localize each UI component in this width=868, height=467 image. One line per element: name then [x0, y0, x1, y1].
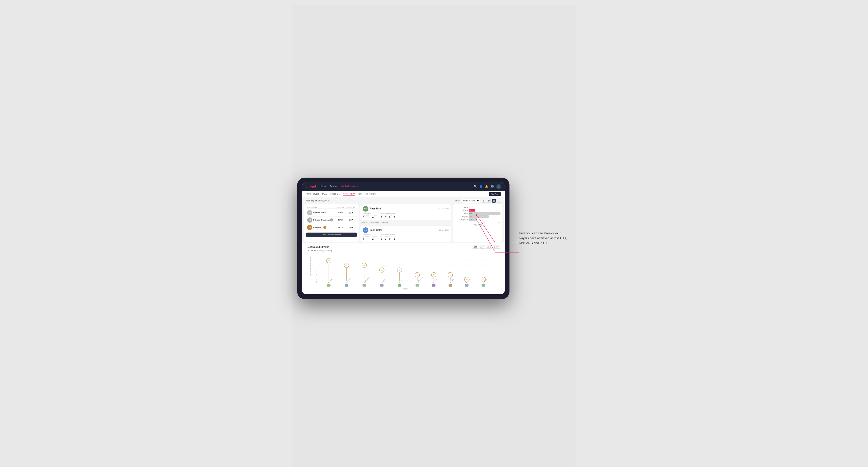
app-button[interactable]: APP	[479, 246, 485, 249]
col-player-name: PLAYER NAME	[307, 207, 335, 208]
nav-my-performance[interactable]: My Performance	[341, 185, 358, 188]
player-avg: 103	[346, 226, 356, 228]
tab-practice[interactable]: Practice	[381, 221, 389, 224]
svg-text:7: 7	[316, 260, 317, 262]
table-row[interactable]: CA Cameron... 3 17/20 103	[306, 224, 356, 231]
chart-label-bogeys: Bogeys	[455, 216, 468, 217]
view-toggle-active[interactable]: ▦	[492, 199, 496, 203]
avatar: CA	[307, 225, 312, 230]
streak-controls: OTT APP ARG PUTT	[472, 246, 500, 249]
svg-point-23	[362, 283, 366, 286]
subnav-pga[interactable]: PGA	[322, 193, 327, 195]
player-score: 18/20	[335, 219, 346, 221]
bell-icon[interactable]: 🔔	[485, 185, 488, 188]
player-cards-panel: RB Rees Britt 02 Sep 2023 Total Rounds T…	[361, 204, 451, 242]
player-score: 19/20	[335, 212, 346, 214]
streak-chart-svg: 7 6 5 4 3 0 7x	[311, 253, 500, 286]
player-name: Cameron... 3	[313, 226, 335, 229]
view-toggle-list[interactable]: ☰	[487, 199, 491, 203]
tab-rounds[interactable]: Rounds	[361, 221, 368, 224]
col-pb-score: PB SCORE	[335, 207, 346, 208]
avatar: RB	[307, 210, 312, 215]
axis-0: 0	[469, 222, 469, 224]
player-name: Richard Butler	[313, 212, 335, 214]
svg-point-31	[398, 283, 401, 286]
player-avg: 107	[346, 219, 356, 221]
putt-button[interactable]: PUTT	[493, 246, 500, 249]
chart-subtitle: Off The Tee, Fairway Accuracy	[307, 250, 500, 252]
streaks-section: Best Round Streaks ← OTT APP ARG PUTT Of…	[304, 243, 502, 292]
svg-text:4x: 4x	[416, 274, 418, 276]
annotation-block: Here you can see streaks your players ha…	[519, 231, 571, 246]
team-name: Team Clippd	[306, 200, 317, 202]
svg-text:5x: 5x	[381, 269, 383, 271]
subnav-all-players[interactable]: All Players	[366, 193, 376, 195]
avatar: EC	[307, 217, 312, 223]
people-icon[interactable]: 👤	[479, 185, 483, 188]
svg-point-47	[465, 283, 469, 286]
nav-home[interactable]: Home	[320, 185, 326, 188]
subnav-tour[interactable]: Tour	[358, 193, 362, 195]
chart-label-birdies: Birdies	[455, 210, 468, 211]
player-info: Cameron... 3	[313, 226, 335, 229]
svg-text:4x: 4x	[450, 274, 451, 276]
view-full-leaderboard-button[interactable]: View Full Leaderboard	[306, 232, 356, 237]
nav-right-icons: 🔍 👤 🔔 ⚙️ 👤	[474, 184, 501, 189]
svg-text:D. Ford: D. Ford	[433, 279, 437, 283]
subnav-team-clippd[interactable]: Team Clippd	[343, 192, 355, 195]
rank-badge-silver: 2	[330, 218, 333, 221]
avatar-josh: JC	[363, 227, 368, 233]
name-josh: Josh Coles	[370, 229, 382, 231]
sub-nav: PGAT Players PGA Hcaps 1-5 Team Clippd T…	[302, 191, 505, 197]
practice-value: 4	[372, 216, 377, 219]
axis-200: 200	[483, 222, 485, 224]
subnav-pgat[interactable]: PGAT Players	[306, 193, 319, 195]
svg-point-15	[327, 283, 331, 286]
table-headers: PLAYER NAME PB SCORE PB AVG SQ	[306, 206, 356, 209]
player-card-josh[interactable]: JC Josh Coles 26 Aug 2023 Total Rounds T…	[361, 226, 451, 242]
svg-text:6: 6	[316, 264, 317, 267]
x-axis-label: Players	[311, 288, 500, 290]
tablet-frame: clippd Home Teams My Performance 🔍 👤 🔔 ⚙…	[297, 178, 509, 299]
player-info: Edward Crossman 2	[313, 218, 335, 221]
chart-label-dbogeys: D. Bogeys +	[455, 219, 468, 220]
name-rees: Rees Britt	[370, 207, 381, 210]
settings-icon[interactable]: ⚙️	[491, 185, 494, 188]
practice-label: Practice	[372, 214, 377, 216]
svg-point-35	[415, 283, 419, 286]
player-score: 17/20	[335, 226, 346, 228]
bar-chart-panel: Eagles 3 Birdies	[453, 204, 502, 242]
leaderboard-panel: PLAYER NAME PB SCORE PB AVG SQ RB Richar…	[304, 204, 359, 242]
arrow-indicator: ←	[330, 246, 332, 248]
avatar-rees: RB	[363, 206, 368, 212]
svg-text:6x: 6x	[363, 264, 365, 267]
svg-text:R. Britt: R. Britt	[399, 279, 403, 283]
player-card-rees[interactable]: RB Rees Britt 02 Sep 2023 Total Rounds T…	[361, 204, 451, 220]
svg-text:4x: 4x	[433, 274, 435, 276]
svg-text:7x: 7x	[328, 260, 330, 262]
avatar-icon[interactable]: 👤	[496, 184, 501, 189]
date-rees: 02 Sep 2023	[439, 208, 448, 210]
search-icon[interactable]: 🔍	[474, 185, 477, 188]
practice-activities-rees: Total Practice Activities OTT0 APP0 ARG0…	[380, 213, 397, 219]
nav-teams[interactable]: Teams	[330, 185, 337, 188]
subnav-hcaps[interactable]: Hcaps 1-5	[330, 193, 340, 195]
svg-text:5x: 5x	[399, 269, 401, 271]
table-row[interactable]: EC Edward Crossman 2 18/20 107	[306, 217, 356, 224]
arg-button[interactable]: ARG	[486, 246, 492, 249]
view-toggle-extra[interactable]: ↕	[497, 199, 501, 203]
tab-tournament[interactable]: Tournament	[369, 221, 380, 224]
main-content: PLAYER NAME PB SCORE PB AVG SQ RB Richar…	[302, 203, 505, 243]
edit-pencil-icon[interactable]: ✏️	[328, 200, 330, 202]
period-select[interactable]: Last 3 months	[461, 199, 480, 203]
streaks-title: Best Round Streaks	[307, 246, 329, 248]
tournament-value: 8	[363, 216, 370, 219]
ott-button[interactable]: OTT	[472, 246, 478, 249]
table-row[interactable]: RB Richard Butler 19/20 110	[306, 209, 356, 217]
view-toggle-grid[interactable]: ⊞	[482, 199, 486, 203]
add-team-button[interactable]: Add Team	[489, 192, 501, 196]
axis-400: 400	[498, 222, 500, 224]
svg-point-39	[432, 283, 436, 286]
date-josh: 26 Aug 2023	[439, 229, 448, 231]
player-info: Richard Butler	[313, 212, 335, 214]
